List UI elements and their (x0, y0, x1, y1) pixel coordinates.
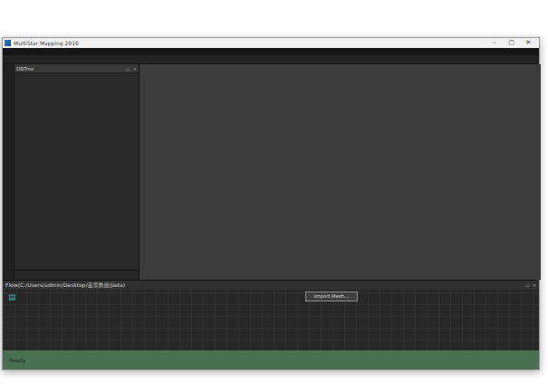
app-window: MultiStar Mapping 2016 – ▢ ✕ DBTree ▭ ✕ (2, 37, 540, 370)
side-toolbar (3, 64, 14, 280)
app-icon (5, 40, 11, 46)
minimize-button[interactable]: – (486, 38, 503, 48)
flow-panel: Flow(C:/Users/admin/Desktop/蓝星数据/jieta) … (3, 280, 539, 352)
status-text: Ready (9, 357, 26, 363)
close-icon[interactable]: ✕ (133, 66, 137, 72)
pin-icon[interactable]: ▭ (126, 66, 130, 72)
folder-icon[interactable]: ▤ (8, 292, 16, 301)
main-toolbar (3, 55, 539, 64)
panel-tabs (14, 270, 139, 280)
window-title: MultiStar Mapping 2016 (14, 38, 79, 48)
close-icon[interactable]: ✕ (533, 282, 536, 288)
viewport-3d[interactable] (139, 64, 541, 280)
maximize-button[interactable]: ▢ (503, 38, 520, 48)
title-bar: MultiStar Mapping 2016 – ▢ ✕ (3, 38, 539, 48)
close-button[interactable]: ✕ (520, 38, 537, 48)
dbtree-panel: DBTree ▭ ✕ (14, 64, 139, 280)
dbtree-title: DBTree (16, 66, 123, 72)
pin-icon[interactable]: ▭ (525, 282, 530, 288)
desktop: MultiStar Mapping 2016 – ▢ ✕ DBTree ▭ ✕ (0, 0, 548, 392)
flow-tab[interactable]: Flow(C:/Users/admin/Desktop/蓝星数据/jieta) (5, 282, 125, 290)
node-graph[interactable]: ▤ Import Mesh… (3, 290, 539, 352)
import-mesh-button[interactable]: Import Mesh… (305, 292, 358, 301)
menu-bar (3, 48, 539, 55)
viewport-3d-canvas[interactable] (139, 64, 541, 280)
node-wires (3, 290, 539, 352)
status-bar: Ready (3, 350, 539, 369)
dbtree-list (14, 72, 139, 271)
